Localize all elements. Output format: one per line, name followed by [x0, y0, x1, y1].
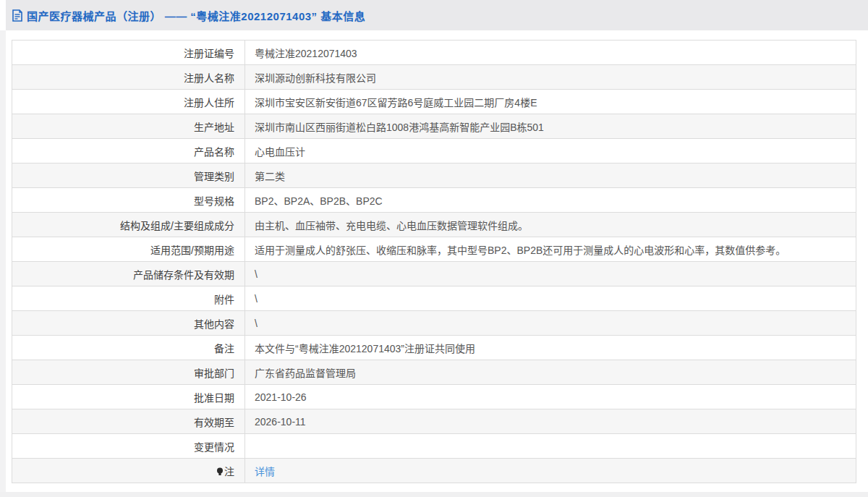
table-row: 注册人住所深圳市宝安区新安街道67区留芳路6号庭威工业园二期厂房4楼E: [12, 90, 856, 114]
row-value: 心电血压计: [245, 139, 856, 163]
table-row: 批准日期2021-10-26: [12, 385, 856, 409]
row-value: 第二类: [245, 163, 856, 188]
row-label: 注: [12, 459, 245, 483]
document-icon: [12, 9, 23, 22]
row-label: 结构及组成/主要组成成分: [12, 213, 245, 237]
row-label: 注册人住所: [12, 90, 245, 114]
table-row: 审批部门广东省药品监督管理局: [12, 360, 856, 385]
row-value: 适用于测量成人的舒张压、收缩压和脉率，其中型号BP2、BP2B还可用于测量成人的…: [245, 237, 856, 262]
row-value: 2026-10-11: [245, 409, 856, 434]
row-value: \: [245, 286, 856, 311]
row-label: 其他内容: [12, 311, 245, 336]
row-label: 产品储存条件及有效期: [12, 262, 245, 286]
row-value: 广东省药品监督管理局: [245, 360, 856, 385]
table-row: 其他内容\: [12, 311, 856, 336]
row-label: 生产地址: [12, 114, 245, 139]
table-row: 附件\: [12, 286, 856, 311]
row-label: 产品名称: [12, 139, 245, 163]
row-value: 深圳市南山区西丽街道松白路1008港鸿基高新智能产业园B栋501: [245, 114, 856, 139]
table-row: 产品名称心电血压计: [12, 139, 856, 163]
row-value: 深圳源动创新科技有限公司: [245, 65, 856, 90]
content-area: 注册证编号粤械注准20212071403注册人名称深圳源动创新科技有限公司注册人…: [6, 30, 868, 492]
page-left-margin: [0, 30, 6, 497]
table-row: 变更情况: [12, 434, 856, 459]
row-value: 深圳市宝安区新安街道67区留芳路6号庭威工业园二期厂房4楼E: [245, 90, 856, 114]
row-value: \: [245, 262, 856, 286]
row-label: 审批部门: [12, 360, 245, 385]
row-value: [245, 434, 856, 459]
table-row: 有效期至2026-10-11: [12, 409, 856, 434]
row-value: 粤械注准20212071403: [245, 41, 856, 65]
row-label: 注册证编号: [12, 41, 245, 65]
page-header: 国产医疗器械产品（注册） —— “粤械注准20212071403” 基本信息: [6, 0, 868, 30]
table-row: 生产地址深圳市南山区西丽街道松白路1008港鸿基高新智能产业园B栋501: [12, 114, 856, 139]
page-title: 国产医疗器械产品（注册） —— “粤械注准20212071403” 基本信息: [27, 8, 365, 23]
row-label: 适用范围/预期用途: [12, 237, 245, 262]
row-label: 型号规格: [12, 188, 245, 213]
row-value: 2021-10-26: [245, 385, 856, 409]
bulb-icon: [216, 467, 224, 476]
details-link[interactable]: 详情: [255, 466, 275, 477]
row-label: 批准日期: [12, 385, 245, 409]
row-label: 附件: [12, 286, 245, 311]
row-label: 注册人名称: [12, 65, 245, 90]
row-label: 变更情况: [12, 434, 245, 459]
table-row: 结构及组成/主要组成成分由主机、血压袖带、充电电缆、心电血压数据管理软件组成。: [12, 213, 856, 237]
table-row: 产品储存条件及有效期\: [12, 262, 856, 286]
table-row: 注册人名称深圳源动创新科技有限公司: [12, 65, 856, 90]
row-label: 管理类别: [12, 163, 245, 188]
table-row: 管理类别第二类: [12, 163, 856, 188]
registration-info-table: 注册证编号粤械注准20212071403注册人名称深圳源动创新科技有限公司注册人…: [12, 40, 856, 483]
table-row: 备注本文件与“粤械注准20212071403”注册证共同使用: [12, 336, 856, 360]
row-value: \: [245, 311, 856, 336]
row-value: 由主机、血压袖带、充电电缆、心电血压数据管理软件组成。: [245, 213, 856, 237]
table-row: 适用范围/预期用途适用于测量成人的舒张压、收缩压和脉率，其中型号BP2、BP2B…: [12, 237, 856, 262]
page-bottom-margin: [0, 492, 868, 497]
row-value: 本文件与“粤械注准20212071403”注册证共同使用: [245, 336, 856, 360]
row-value: 详情: [245, 459, 856, 483]
row-value: BP2、BP2A、BP2B、BP2C: [245, 188, 856, 213]
table-row: 注册证编号粤械注准20212071403: [12, 41, 856, 65]
table-row: 注详情: [12, 459, 856, 483]
row-label: 有效期至: [12, 409, 245, 434]
row-label: 备注: [12, 336, 245, 360]
table-row: 型号规格BP2、BP2A、BP2B、BP2C: [12, 188, 856, 213]
